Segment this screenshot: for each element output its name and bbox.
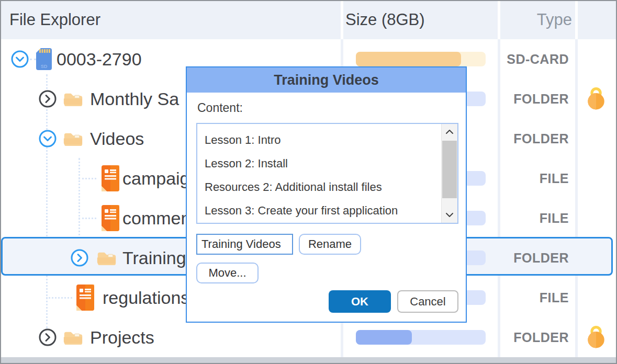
tree-row-projects[interactable]: Projects FOLDER xyxy=(0,317,617,357)
ok-button[interactable]: OK xyxy=(329,290,391,313)
list-item[interactable]: Resources 2: Additional install files xyxy=(205,175,457,199)
chevron-down-icon[interactable] xyxy=(39,130,57,147)
type-cell: FOLDER xyxy=(500,119,569,158)
content-listbox[interactable]: Lesson 1: Intro Lesson 2: Install Resour… xyxy=(196,123,458,224)
chevron-down-icon[interactable] xyxy=(11,50,29,68)
scrollbar-thumb[interactable] xyxy=(442,141,457,198)
type-cell: FILE xyxy=(500,278,569,317)
chevron-right-icon[interactable] xyxy=(71,249,88,267)
scroll-up-button[interactable] xyxy=(442,124,457,140)
size-bar xyxy=(356,330,486,345)
move-button[interactable]: Move... xyxy=(196,263,259,283)
column-header-type: Type xyxy=(500,0,572,39)
file-explorer-app: File Explorer Size (8GB) Type 0003-2790 … xyxy=(0,0,617,364)
folder-name-input[interactable] xyxy=(196,234,293,255)
column-header-name: File Explorer xyxy=(9,0,100,39)
document-icon xyxy=(98,165,119,191)
folder-icon xyxy=(63,131,83,147)
tree-item-label: commen xyxy=(122,198,190,238)
document-icon xyxy=(98,205,119,231)
column-divider xyxy=(575,0,578,39)
column-divider xyxy=(498,0,500,39)
list-item[interactable]: Lesson 1: Intro xyxy=(205,128,457,152)
type-cell: FOLDER xyxy=(500,79,569,119)
lock-icon xyxy=(587,86,607,111)
type-cell: FILE xyxy=(500,158,569,198)
scrollbar[interactable] xyxy=(441,124,457,223)
type-cell: FOLDER xyxy=(500,317,569,357)
size-bar-fill xyxy=(356,330,412,345)
tree-item-label: Monthly Sa xyxy=(90,79,179,119)
list-item[interactable]: Lesson 3: Create your first application xyxy=(205,199,457,222)
sd-card-icon xyxy=(36,48,52,70)
folder-icon xyxy=(97,250,117,266)
column-header-size: Size (8GB) xyxy=(345,0,425,39)
tree-item-label: Training xyxy=(122,238,186,278)
chevron-right-icon[interactable] xyxy=(39,90,57,108)
column-divider xyxy=(341,0,343,39)
rename-button[interactable]: Rename xyxy=(299,234,361,255)
table-header: File Explorer Size (8GB) Type xyxy=(0,0,617,39)
lock-icon xyxy=(587,325,607,350)
type-cell: SD-CARD xyxy=(500,39,569,79)
cancel-button[interactable]: Cancel xyxy=(397,290,458,313)
training-videos-dialog: Training Videos Content: Lesson 1: Intro… xyxy=(186,66,467,323)
type-cell: FOLDER xyxy=(500,238,569,278)
document-icon xyxy=(73,285,94,311)
tree-item-label: Videos xyxy=(90,119,144,158)
bottom-edge-strip xyxy=(0,357,617,364)
folder-icon xyxy=(63,329,83,346)
type-cell: FILE xyxy=(500,198,569,238)
chevron-right-icon[interactable] xyxy=(39,328,57,346)
size-bar-fill xyxy=(356,52,461,66)
folder-icon xyxy=(63,91,83,107)
tree-item-label: regulations. xyxy=(103,278,195,317)
scroll-down-button[interactable] xyxy=(442,207,457,223)
tree-item-label: 0003-2790 xyxy=(57,39,142,79)
dialog-title: Training Videos xyxy=(187,67,466,93)
list-item[interactable]: Lesson 2: Install xyxy=(205,152,457,175)
tree-item-label: campaig xyxy=(122,158,190,198)
content-list: Lesson 1: Intro Lesson 2: Install Resour… xyxy=(197,124,457,222)
content-label: Content: xyxy=(197,101,243,115)
tree-item-label: Projects xyxy=(90,317,154,357)
size-bar xyxy=(356,52,486,66)
